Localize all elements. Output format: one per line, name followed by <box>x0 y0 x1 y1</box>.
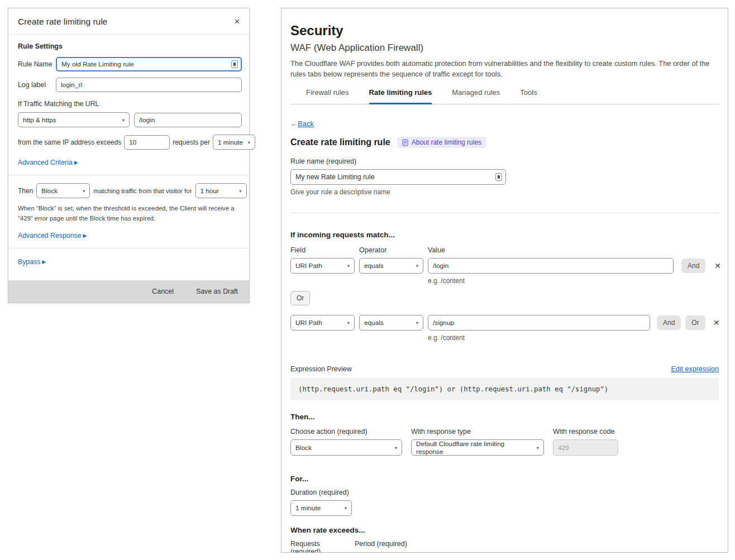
rule-columns-header: Field Operator Value <box>290 246 719 254</box>
rule-name-input[interactable] <box>290 169 506 185</box>
threshold-input[interactable] <box>124 135 170 150</box>
rule-row: URI Path ▾ equals ▾ And ✕ <box>290 258 719 274</box>
field-column-label: Field <box>290 246 355 254</box>
choose-action-label: Choose action (required) <box>290 428 402 435</box>
advanced-response-label: Advanced Response <box>18 232 81 240</box>
remove-rule-icon[interactable]: ✕ <box>712 318 721 327</box>
rule-name-help: Give your rule a descriptive name <box>290 188 719 196</box>
dialog-title: Create rate limiting rule <box>18 17 107 27</box>
or-button[interactable]: Or <box>685 315 705 330</box>
chevron-down-icon: ▾ <box>345 505 347 511</box>
rule-name-input[interactable] <box>56 57 242 71</box>
chevron-down-icon: ▾ <box>248 140 250 145</box>
rule-name-row: Rule Name <box>18 57 242 71</box>
threshold-prefix-text: from the same IP address exceeds <box>18 138 121 146</box>
about-rate-limiting-badge[interactable]: About rate limiting rules <box>397 137 486 148</box>
choose-action-select[interactable]: Block ▾ <box>290 439 402 456</box>
url-input[interactable] <box>134 113 242 127</box>
rate-labels-row: Requests (required) Period (required) <box>290 540 719 553</box>
chevron-down-icon: ▾ <box>83 188 85 194</box>
value-input[interactable] <box>428 315 650 331</box>
action-select[interactable]: Block ▾ <box>36 183 90 198</box>
operator-select[interactable]: equals ▾ <box>359 315 423 331</box>
expression-preview-label: Expression Preview <box>290 365 352 373</box>
autofill-icon[interactable] <box>495 173 502 181</box>
block-help-text: When “Block” is set, when the threshold … <box>18 204 242 223</box>
requests-label: Requests (required) <box>290 540 350 553</box>
value-hint: e.g. /content <box>428 277 719 285</box>
value-hint: e.g. /content <box>428 334 719 342</box>
action-select-value: Block <box>41 187 58 195</box>
scheme-select[interactable]: http & https ▾ <box>18 112 130 127</box>
chevron-down-icon: ▾ <box>347 263 350 269</box>
autofill-icon[interactable] <box>231 60 238 68</box>
for-heading: For... <box>290 475 719 483</box>
chevron-down-icon: ▾ <box>416 263 418 269</box>
form-title-row: Create rate limiting rule About rate lim… <box>290 137 719 148</box>
url-input-wrap <box>134 113 242 127</box>
tab-tools[interactable]: Tools <box>520 88 537 104</box>
action-controls-row: Block ▾ Default Cloudflare rate limiting… <box>290 439 719 456</box>
period-label: Period (required) <box>355 540 407 553</box>
operator-select-value: equals <box>364 262 384 270</box>
page-title: Security <box>290 23 719 39</box>
doc-icon <box>402 139 408 146</box>
expression-header-row: Expression Preview Edit expression <box>290 365 719 373</box>
duration-select[interactable]: 1 hour ▾ <box>195 183 247 198</box>
advanced-criteria-label: Advanced Criteria <box>18 159 73 166</box>
log-label-input[interactable] <box>56 78 242 92</box>
threshold-middle-text: requests per <box>173 138 210 146</box>
advanced-criteria-link[interactable]: Advanced Criteria ▶ <box>18 159 78 166</box>
divider <box>8 248 249 248</box>
or-button[interactable]: Or <box>290 291 310 305</box>
expand-arrow-icon: ▶ <box>83 233 87 238</box>
choose-action-value: Block <box>295 444 312 452</box>
value-input[interactable] <box>428 258 674 274</box>
advanced-response-link[interactable]: Advanced Response ▶ <box>18 232 87 240</box>
response-type-label: With response type <box>411 428 544 435</box>
chevron-down-icon: ▾ <box>395 445 397 451</box>
period-select[interactable]: 1 minute ▾ <box>213 135 255 150</box>
and-button[interactable]: And <box>681 259 705 273</box>
tab-firewall-rules[interactable]: Firewall rules <box>306 88 349 104</box>
field-select[interactable]: URI Path ▾ <box>290 258 355 274</box>
dialog-body: Rule Settings Rule Name Log label If Tra… <box>8 35 249 271</box>
for-duration-select[interactable]: 1 minute ▾ <box>290 500 352 516</box>
tab-rate-limiting-rules[interactable]: Rate limiting rules <box>369 88 432 104</box>
value-column-label: Value <box>428 246 445 254</box>
period-select-value: 1 minute <box>218 138 243 146</box>
response-type-value: Default Cloudflare rate limiting respons… <box>416 440 533 456</box>
bypass-label: Bypass <box>18 258 40 266</box>
then-row: Then Block ▾ matching traffic from that … <box>18 183 242 198</box>
operator-select[interactable]: equals ▾ <box>359 258 423 274</box>
expand-arrow-icon: ▶ <box>74 160 78 165</box>
page-subtitle: WAF (Web Application Firewall) <box>290 42 719 54</box>
chevron-down-icon: ▾ <box>122 117 125 123</box>
duration-label: Duration (required) <box>290 489 719 496</box>
field-select-value: URI Path <box>295 262 322 270</box>
back-link[interactable]: ←Back <box>290 119 314 128</box>
rule-settings-heading: Rule Settings <box>18 42 242 50</box>
close-icon[interactable]: ✕ <box>233 17 241 26</box>
bypass-link[interactable]: Bypass ▶ <box>18 258 46 266</box>
cancel-button[interactable]: Cancel <box>152 288 174 295</box>
remove-rule-icon[interactable]: ✕ <box>713 261 722 270</box>
chevron-down-icon: ▾ <box>537 445 539 451</box>
url-match-row: http & https ▾ <box>18 112 242 127</box>
and-button[interactable]: And <box>657 315 681 330</box>
field-select[interactable]: URI Path ▾ <box>290 315 355 331</box>
then-label: Then <box>18 187 33 195</box>
log-label-row: Log label <box>18 78 242 92</box>
tab-managed-rules[interactable]: Managed rules <box>452 88 500 104</box>
back-arrow-icon: ← <box>290 119 298 128</box>
divider <box>8 175 249 175</box>
security-waf-panel: Security WAF (Web Application Firewall) … <box>281 8 728 553</box>
rule-name-input-wrap <box>56 57 242 71</box>
page-description: The Cloudflare WAF provides both automat… <box>290 59 719 79</box>
response-type-select[interactable]: Default Cloudflare rate limiting respons… <box>411 439 544 456</box>
edit-expression-link[interactable]: Edit expression <box>671 365 719 373</box>
threshold-row: from the same IP address exceeds request… <box>18 135 242 150</box>
match-heading: If incoming requests match... <box>290 231 719 239</box>
scheme-select-value: http & https <box>23 116 56 124</box>
save-as-draft-button[interactable]: Save as Draft <box>196 288 238 295</box>
